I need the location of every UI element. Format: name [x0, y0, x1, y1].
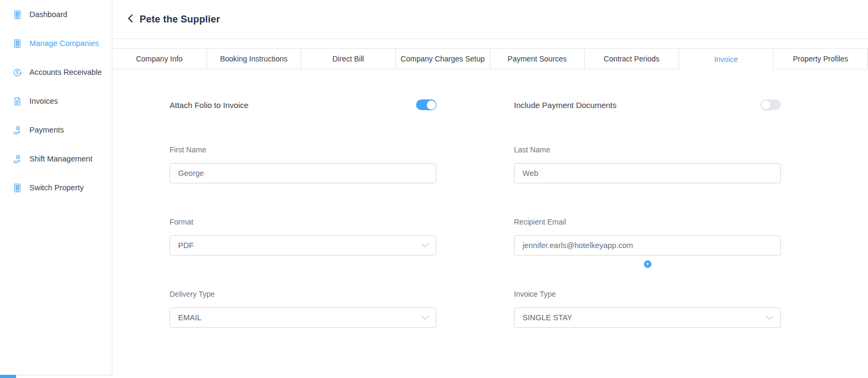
- format-label: Format: [170, 218, 436, 226]
- svg-text:$: $: [16, 70, 19, 75]
- attach-folio-toggle[interactable]: [416, 99, 436, 110]
- chevron-left-icon: [127, 14, 133, 25]
- dollar-circle-icon: $: [12, 67, 22, 78]
- tab-payment-sources[interactable]: Payment Sources: [490, 49, 585, 70]
- app-window: Dashboard Manage Companies $: [0, 0, 868, 378]
- invoice-document-icon: [12, 96, 22, 106]
- sidebar-item-payments[interactable]: $ Payments: [0, 115, 112, 144]
- tab-contract-periods[interactable]: Contract Periods: [585, 49, 679, 70]
- sidebar-item-invoices[interactable]: Invoices: [0, 87, 112, 115]
- format-selected-value: PDF: [178, 241, 194, 250]
- chevron-down-icon: [765, 315, 774, 320]
- delivery-type-label: Delivery Type: [170, 290, 436, 298]
- invoice-type-field-group: Invoice Type SINGLE STAY: [514, 290, 781, 328]
- attach-folio-label: Attach Folio to Invoice: [170, 101, 249, 110]
- toggle-knob: [762, 101, 771, 110]
- back-button[interactable]: [126, 12, 134, 27]
- sidebar-item-label: Payments: [29, 126, 64, 134]
- tab-label: Invoice: [714, 55, 738, 64]
- include-payment-documents-label: Include Payment Documents: [514, 101, 617, 110]
- tab-label: Company Info: [136, 55, 182, 63]
- tab-company-info[interactable]: Company Info: [112, 49, 207, 70]
- sidebar-item-switch-property[interactable]: Switch Property: [0, 173, 112, 202]
- bottom-accent-bar: [0, 375, 16, 378]
- tab-booking-instructions[interactable]: Booking Instructions: [207, 49, 302, 70]
- chevron-down-icon: [421, 243, 429, 248]
- tab-label: Company Charges Setup: [401, 55, 485, 63]
- main-panel: Pete the Supplier Company Info Booking I…: [112, 0, 868, 378]
- invoice-settings-form: Attach Folio to Invoice Include Payment …: [112, 70, 868, 362]
- hand-coin-icon: $: [12, 125, 22, 135]
- delivery-type-select[interactable]: EMAIL: [170, 307, 436, 328]
- include-payment-documents-toggle[interactable]: [761, 99, 781, 110]
- tab-label: Payment Sources: [508, 55, 567, 63]
- toggle-knob: [427, 101, 436, 110]
- plus-icon: +: [646, 261, 649, 267]
- sidebar-item-label: Switch Property: [29, 183, 84, 192]
- tab-label: Contract Periods: [604, 55, 659, 63]
- delivery-type-selected-value: EMAIL: [178, 313, 202, 322]
- sidebar: Dashboard Manage Companies $: [0, 0, 112, 375]
- sidebar-item-label: Accounts Receivable: [29, 68, 102, 76]
- building-icon: [12, 183, 22, 193]
- building-icon: [12, 10, 22, 20]
- sidebar-item-label: Invoices: [29, 97, 58, 105]
- invoice-type-selected-value: SINGLE STAY: [523, 313, 572, 322]
- invoice-type-label: Invoice Type: [514, 290, 781, 298]
- first-name-label: First Name: [170, 145, 436, 154]
- last-name-label: Last Name: [514, 145, 781, 154]
- tab-direct-bill[interactable]: Direct Bill: [301, 49, 396, 70]
- recipient-email-input[interactable]: [514, 235, 781, 256]
- tab-property-profiles[interactable]: Property Profiles: [773, 49, 868, 70]
- sidebar-item-label: Dashboard: [29, 10, 67, 19]
- sidebar-item-shift-management[interactable]: $ Shift Management: [0, 144, 112, 173]
- tab-company-charges-setup[interactable]: Company Charges Setup: [396, 49, 490, 70]
- attach-folio-row: Attach Folio to Invoice: [170, 99, 436, 110]
- tab-bar: Company Info Booking Instructions Direct…: [112, 48, 868, 70]
- include-payment-documents-row: Include Payment Documents: [514, 99, 781, 110]
- page-header: Pete the Supplier: [112, 0, 868, 39]
- invoice-type-select[interactable]: SINGLE STAY: [514, 307, 781, 328]
- recipient-email-label: Recipient Email: [514, 218, 781, 226]
- sidebar-item-label: Shift Management: [29, 155, 93, 163]
- first-name-field-group: First Name: [170, 145, 436, 183]
- add-recipient-email-button[interactable]: +: [644, 260, 651, 268]
- delivery-type-field-group: Delivery Type EMAIL: [170, 290, 436, 328]
- page-title: Pete the Supplier: [140, 14, 220, 25]
- sidebar-item-manage-companies[interactable]: Manage Companies: [0, 29, 112, 58]
- hand-coin-icon: $: [12, 154, 22, 164]
- sidebar-item-label: Manage Companies: [29, 39, 99, 48]
- tab-label: Booking Instructions: [220, 55, 287, 63]
- format-select[interactable]: PDF: [170, 235, 436, 256]
- first-name-input[interactable]: [170, 163, 436, 183]
- sidebar-item-dashboard[interactable]: Dashboard: [0, 0, 112, 29]
- chevron-down-icon: [421, 315, 429, 320]
- tab-label: Property Profiles: [793, 55, 848, 63]
- tab-invoice[interactable]: Invoice: [679, 49, 774, 70]
- building-icon: [12, 38, 22, 49]
- sidebar-item-accounts-receivable[interactable]: $ Accounts Receivable: [0, 58, 112, 87]
- last-name-field-group: Last Name: [514, 145, 781, 183]
- tab-label: Direct Bill: [333, 55, 364, 63]
- recipient-email-field-group: Recipient Email +: [514, 218, 781, 256]
- format-field-group: Format PDF: [170, 218, 436, 256]
- last-name-input[interactable]: [514, 163, 781, 183]
